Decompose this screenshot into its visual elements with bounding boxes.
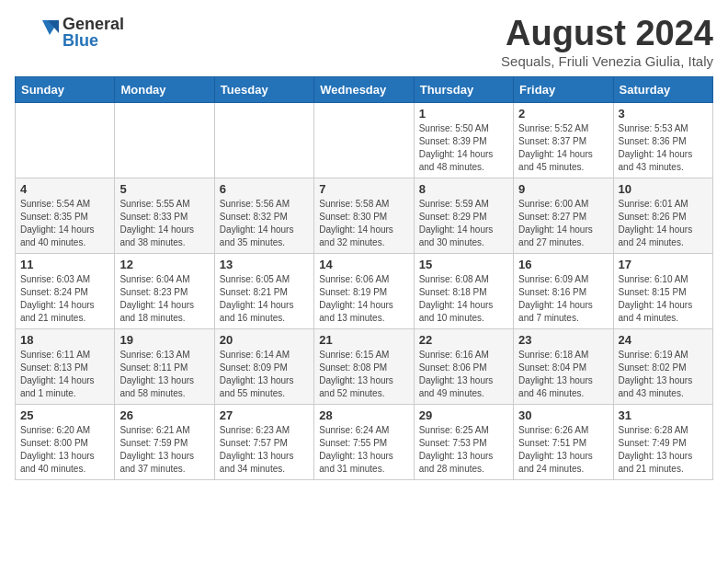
calendar-cell: 6Sunrise: 5:56 AMSunset: 8:32 PMDaylight… <box>214 178 313 253</box>
cell-info-text: Sunrise: 5:54 AMSunset: 8:35 PMDaylight:… <box>20 198 109 249</box>
cell-info-text: Sunrise: 5:53 AMSunset: 8:36 PMDaylight:… <box>619 122 708 174</box>
calendar-cell: 19Sunrise: 6:13 AMSunset: 8:11 PMDayligh… <box>115 328 214 404</box>
cell-info-text: Sunrise: 5:56 AMSunset: 8:32 PMDaylight:… <box>220 198 309 249</box>
logo: General Blue <box>15 15 124 50</box>
calendar-cell: 18Sunrise: 6:11 AMSunset: 8:13 PMDayligh… <box>16 328 115 404</box>
cell-day-number: 9 <box>518 182 608 196</box>
cell-day-number: 16 <box>518 258 608 271</box>
cell-info-text: Sunrise: 6:00 AMSunset: 8:27 PMDaylight:… <box>518 198 608 249</box>
cell-day-number: 29 <box>419 408 508 422</box>
calendar-cell <box>16 102 115 178</box>
cell-info-text: Sunrise: 6:20 AMSunset: 8:00 PMDaylight:… <box>20 424 109 476</box>
cell-day-number: 26 <box>119 408 209 422</box>
calendar-cell: 2Sunrise: 5:52 AMSunset: 8:37 PMDaylight… <box>514 102 613 178</box>
cell-day-number: 23 <box>518 333 608 347</box>
day-header-thursday: Thursday <box>414 76 513 102</box>
day-header-wednesday: Wednesday <box>314 76 414 102</box>
cell-day-number: 4 <box>20 182 109 196</box>
cell-info-text: Sunrise: 5:58 AMSunset: 8:30 PMDaylight:… <box>319 198 408 249</box>
calendar-week-row: 25Sunrise: 6:20 AMSunset: 8:00 PMDayligh… <box>16 404 713 479</box>
cell-info-text: Sunrise: 6:28 AMSunset: 7:49 PMDaylight:… <box>619 424 708 476</box>
calendar-cell: 12Sunrise: 6:04 AMSunset: 8:23 PMDayligh… <box>115 253 214 328</box>
calendar-cell: 1Sunrise: 5:50 AMSunset: 8:39 PMDaylight… <box>414 102 513 178</box>
cell-info-text: Sunrise: 6:11 AMSunset: 8:13 PMDaylight:… <box>20 349 109 400</box>
cell-info-text: Sunrise: 6:24 AMSunset: 7:55 PMDaylight:… <box>319 424 408 476</box>
calendar-cell: 22Sunrise: 6:16 AMSunset: 8:06 PMDayligh… <box>414 328 513 404</box>
cell-info-text: Sunrise: 6:23 AMSunset: 7:57 PMDaylight:… <box>220 424 309 476</box>
cell-day-number: 2 <box>518 107 608 121</box>
day-header-sunday: Sunday <box>16 76 115 102</box>
calendar-cell: 28Sunrise: 6:24 AMSunset: 7:55 PMDayligh… <box>314 404 414 479</box>
calendar-cell: 17Sunrise: 6:10 AMSunset: 8:15 PMDayligh… <box>613 253 712 328</box>
calendar-week-row: 1Sunrise: 5:50 AMSunset: 8:39 PMDaylight… <box>16 102 713 178</box>
cell-info-text: Sunrise: 6:25 AMSunset: 7:53 PMDaylight:… <box>419 424 508 476</box>
cell-day-number: 17 <box>619 258 708 271</box>
calendar-cell: 24Sunrise: 6:19 AMSunset: 8:02 PMDayligh… <box>613 328 712 404</box>
calendar-table: SundayMondayTuesdayWednesdayThursdayFrid… <box>15 76 713 480</box>
cell-day-number: 6 <box>220 182 309 196</box>
calendar-week-row: 18Sunrise: 6:11 AMSunset: 8:13 PMDayligh… <box>16 328 713 404</box>
calendar-cell: 31Sunrise: 6:28 AMSunset: 7:49 PMDayligh… <box>613 404 712 479</box>
calendar-cell: 9Sunrise: 6:00 AMSunset: 8:27 PMDaylight… <box>514 178 613 253</box>
calendar-cell <box>314 102 414 178</box>
cell-day-number: 31 <box>619 408 708 422</box>
cell-info-text: Sunrise: 6:06 AMSunset: 8:19 PMDaylight:… <box>319 273 408 325</box>
cell-day-number: 20 <box>220 333 309 347</box>
calendar-cell: 30Sunrise: 6:26 AMSunset: 7:51 PMDayligh… <box>514 404 613 479</box>
cell-info-text: Sunrise: 6:01 AMSunset: 8:26 PMDaylight:… <box>619 198 708 249</box>
cell-day-number: 1 <box>419 107 508 121</box>
calendar-cell: 16Sunrise: 6:09 AMSunset: 8:16 PMDayligh… <box>514 253 613 328</box>
calendar-cell: 21Sunrise: 6:15 AMSunset: 8:08 PMDayligh… <box>314 328 414 404</box>
calendar-cell: 8Sunrise: 5:59 AMSunset: 8:29 PMDaylight… <box>414 178 513 253</box>
day-header-tuesday: Tuesday <box>214 76 313 102</box>
calendar-cell: 23Sunrise: 6:18 AMSunset: 8:04 PMDayligh… <box>514 328 613 404</box>
cell-day-number: 8 <box>419 182 508 196</box>
cell-info-text: Sunrise: 6:21 AMSunset: 7:59 PMDaylight:… <box>119 424 209 476</box>
location-subtitle: Sequals, Friuli Venezia Giulia, Italy <box>501 53 713 69</box>
cell-day-number: 24 <box>619 333 708 347</box>
calendar-cell: 29Sunrise: 6:25 AMSunset: 7:53 PMDayligh… <box>414 404 513 479</box>
calendar-cell: 13Sunrise: 6:05 AMSunset: 8:21 PMDayligh… <box>214 253 313 328</box>
calendar-cell: 4Sunrise: 5:54 AMSunset: 8:35 PMDaylight… <box>16 178 115 253</box>
calendar-cell: 5Sunrise: 5:55 AMSunset: 8:33 PMDaylight… <box>115 178 214 253</box>
cell-day-number: 5 <box>119 182 209 196</box>
cell-info-text: Sunrise: 6:16 AMSunset: 8:06 PMDaylight:… <box>419 349 508 400</box>
cell-day-number: 11 <box>20 258 109 271</box>
calendar-cell: 27Sunrise: 6:23 AMSunset: 7:57 PMDayligh… <box>214 404 313 479</box>
cell-info-text: Sunrise: 6:04 AMSunset: 8:23 PMDaylight:… <box>119 273 209 325</box>
calendar-cell: 15Sunrise: 6:08 AMSunset: 8:18 PMDayligh… <box>414 253 513 328</box>
cell-info-text: Sunrise: 6:26 AMSunset: 7:51 PMDaylight:… <box>518 424 608 476</box>
cell-day-number: 22 <box>419 333 508 347</box>
title-area: August 2024 Sequals, Friuli Venezia Giul… <box>501 15 713 69</box>
cell-day-number: 30 <box>518 408 608 422</box>
calendar-cell: 26Sunrise: 6:21 AMSunset: 7:59 PMDayligh… <box>115 404 214 479</box>
cell-info-text: Sunrise: 5:59 AMSunset: 8:29 PMDaylight:… <box>419 198 508 249</box>
calendar-cell: 7Sunrise: 5:58 AMSunset: 8:30 PMDaylight… <box>314 178 414 253</box>
cell-info-text: Sunrise: 5:52 AMSunset: 8:37 PMDaylight:… <box>518 122 608 174</box>
calendar-cell: 3Sunrise: 5:53 AMSunset: 8:36 PMDaylight… <box>613 102 712 178</box>
calendar-week-row: 4Sunrise: 5:54 AMSunset: 8:35 PMDaylight… <box>16 178 713 253</box>
cell-day-number: 27 <box>220 408 309 422</box>
cell-day-number: 28 <box>319 408 408 422</box>
cell-info-text: Sunrise: 6:18 AMSunset: 8:04 PMDaylight:… <box>518 349 608 400</box>
cell-day-number: 13 <box>220 258 309 271</box>
cell-day-number: 14 <box>319 258 408 271</box>
cell-info-text: Sunrise: 5:50 AMSunset: 8:39 PMDaylight:… <box>419 122 508 174</box>
cell-day-number: 15 <box>419 258 508 271</box>
day-header-saturday: Saturday <box>613 76 712 102</box>
calendar-cell: 25Sunrise: 6:20 AMSunset: 8:00 PMDayligh… <box>16 404 115 479</box>
calendar-week-row: 11Sunrise: 6:03 AMSunset: 8:24 PMDayligh… <box>16 253 713 328</box>
cell-info-text: Sunrise: 5:55 AMSunset: 8:33 PMDaylight:… <box>119 198 209 249</box>
cell-info-text: Sunrise: 6:03 AMSunset: 8:24 PMDaylight:… <box>20 273 109 325</box>
header: General Blue August 2024 Sequals, Friuli… <box>15 15 713 69</box>
cell-day-number: 10 <box>619 182 708 196</box>
cell-info-text: Sunrise: 6:08 AMSunset: 8:18 PMDaylight:… <box>419 273 508 325</box>
cell-info-text: Sunrise: 6:19 AMSunset: 8:02 PMDaylight:… <box>619 349 708 400</box>
cell-info-text: Sunrise: 6:13 AMSunset: 8:11 PMDaylight:… <box>119 349 209 400</box>
cell-day-number: 7 <box>319 182 408 196</box>
logo-icon <box>15 15 59 50</box>
cell-day-number: 25 <box>20 408 109 422</box>
logo-blue-text: Blue <box>63 32 124 49</box>
calendar-cell: 20Sunrise: 6:14 AMSunset: 8:09 PMDayligh… <box>214 328 313 404</box>
calendar-header-row: SundayMondayTuesdayWednesdayThursdayFrid… <box>16 76 713 102</box>
